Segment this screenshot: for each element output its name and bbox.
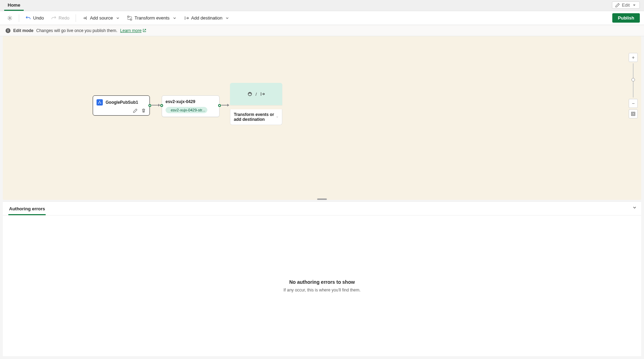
redo-button[interactable]: Redo xyxy=(48,14,72,23)
pencil-icon xyxy=(615,3,620,8)
transform-label: Transform events xyxy=(135,15,170,21)
tab-authoring-errors[interactable]: Authoring errors xyxy=(8,203,46,215)
info-bar: i Edit mode Changes will go live once yo… xyxy=(0,25,644,36)
bottom-panel: Authoring errors No authoring errors to … xyxy=(3,201,641,356)
edit-mode-label: Edit xyxy=(622,2,630,8)
edit-mode-dropdown[interactable]: Edit xyxy=(612,1,640,9)
stream-pill[interactable]: esv2-xujx-0429-str... xyxy=(166,107,207,113)
toolbar-divider xyxy=(76,14,76,22)
chevron-down-icon xyxy=(225,16,229,20)
input-port[interactable] xyxy=(160,104,163,107)
undo-label: Undo xyxy=(33,15,44,21)
canvas[interactable]: GooglePubSub1 esv2-xujx-0429 esv2-xujx-0… xyxy=(3,36,641,200)
redo-icon xyxy=(51,15,56,21)
svg-point-3 xyxy=(99,101,100,102)
transform-icon xyxy=(127,15,132,21)
trash-icon[interactable] xyxy=(141,108,146,113)
placeholder-action-label: Transform events or add destination xyxy=(234,112,276,122)
svg-rect-7 xyxy=(631,112,635,116)
learn-more-label: Learn more xyxy=(120,28,141,33)
zoom-thumb[interactable] xyxy=(631,78,635,81)
stream-pill-label: esv2-xujx-0429-str... xyxy=(171,108,205,112)
source-node-title: GooglePubSub1 xyxy=(106,100,138,105)
toolbar: Undo Redo Add source Transform events Ad… xyxy=(0,11,644,25)
toolbar-divider xyxy=(19,14,19,22)
tab-home[interactable]: Home xyxy=(4,0,24,11)
add-destination-icon xyxy=(184,15,189,21)
source-node[interactable]: GooglePubSub1 xyxy=(93,95,150,116)
placeholder-action[interactable]: Transform events or add destination xyxy=(230,109,282,125)
caret-down-icon xyxy=(632,3,637,8)
gear-icon xyxy=(7,15,13,21)
external-link-icon xyxy=(143,29,146,32)
exit-icon xyxy=(260,91,265,97)
transform-icon xyxy=(247,91,253,97)
transform-events-button[interactable]: Transform events xyxy=(124,14,179,23)
zoom-in-button[interactable]: + xyxy=(629,53,638,62)
chevron-down-icon xyxy=(172,16,177,20)
connector xyxy=(221,105,229,106)
info-message: Changes will go live once you publish th… xyxy=(36,28,117,33)
redo-label: Redo xyxy=(59,15,69,21)
svg-point-0 xyxy=(9,17,10,18)
pencil-icon[interactable] xyxy=(133,108,138,113)
stream-node[interactable]: esv2-xujx-0429 esv2-xujx-0429-str... xyxy=(162,95,220,117)
settings-button[interactable] xyxy=(4,14,15,23)
slash-separator: / xyxy=(255,92,257,97)
output-port[interactable] xyxy=(218,104,221,107)
chevron-down-icon xyxy=(632,205,637,210)
zoom-controls: + − xyxy=(629,53,638,120)
add-source-button[interactable]: Add source xyxy=(79,14,123,23)
publish-button[interactable]: Publish xyxy=(612,13,640,23)
add-destination-button[interactable]: Add destination xyxy=(181,14,232,23)
panel-resize-handle[interactable] xyxy=(317,198,327,200)
zoom-fit-button[interactable] xyxy=(629,109,638,118)
zoom-slider[interactable] xyxy=(633,63,634,97)
info-icon: i xyxy=(6,28,10,33)
stream-node-title: esv2-xujx-0429 xyxy=(166,99,216,104)
empty-state-title: No authoring errors to show xyxy=(289,279,355,285)
add-source-label: Add source xyxy=(90,15,113,21)
output-port[interactable] xyxy=(148,104,151,107)
add-source-icon xyxy=(82,15,88,21)
collapse-panel-button[interactable] xyxy=(632,205,637,211)
empty-state-subtitle: If any occur, this is where you'll find … xyxy=(283,288,360,292)
pubsub-icon xyxy=(97,99,103,106)
connector xyxy=(152,105,160,106)
svg-rect-8 xyxy=(632,113,634,115)
add-destination-label: Add destination xyxy=(191,15,223,21)
chevron-down-icon xyxy=(116,16,120,20)
undo-button[interactable]: Undo xyxy=(23,14,47,23)
learn-more-link[interactable]: Learn more xyxy=(120,28,146,33)
placeholder-node: / xyxy=(230,83,282,105)
edit-mode-text: Edit mode xyxy=(13,28,33,33)
svg-rect-1 xyxy=(128,16,129,17)
fit-icon xyxy=(631,111,636,116)
chevron-down-icon xyxy=(276,115,278,119)
zoom-out-button[interactable]: − xyxy=(629,99,638,108)
svg-rect-2 xyxy=(130,19,132,20)
undo-icon xyxy=(25,15,31,21)
